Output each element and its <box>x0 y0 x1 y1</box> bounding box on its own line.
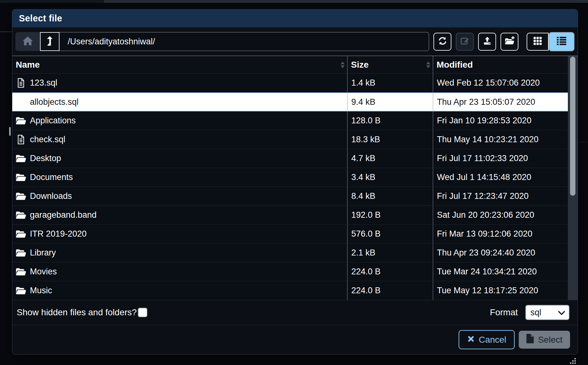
new-folder-button[interactable] <box>500 33 518 51</box>
folder-icon <box>15 267 26 276</box>
grid-icon <box>533 36 542 47</box>
file-name: allobjects.sql <box>30 97 79 107</box>
file-modified: Wed Feb 12 15:07:06 2020 <box>433 74 568 92</box>
file-type-icon <box>15 173 26 182</box>
file-modified: Fri Jan 10 19:28:53 2020 <box>433 111 568 130</box>
folder-icon <box>15 154 26 163</box>
scrollbar-thumb[interactable] <box>570 57 575 196</box>
file-name: 123.sql <box>30 78 57 88</box>
file-size: 2.1 kB <box>348 244 433 262</box>
file-icon <box>17 135 25 144</box>
file-size: 224.0 B <box>348 262 433 281</box>
edit-icon <box>460 36 470 47</box>
table-row[interactable]: garageband.band 192.0 B Sat Jun 20 20:23… <box>12 206 568 225</box>
file-type-icon <box>15 116 26 125</box>
background-line <box>578 142 588 142</box>
path-group <box>15 32 429 51</box>
file-size: 192.0 B <box>348 206 433 224</box>
show-hidden-label: Show hidden files and folders? <box>17 307 137 317</box>
background-top-strip-dark <box>0 0 104 3</box>
table-row[interactable]: Desktop 4.7 kB Fri Jul 17 11:02:33 2020 <box>12 149 568 168</box>
refresh-button[interactable] <box>433 33 451 51</box>
upload-icon <box>483 36 492 47</box>
background-caret-artifact <box>9 127 11 136</box>
file-type-icon <box>15 249 26 257</box>
select-button[interactable]: Select <box>519 331 570 349</box>
refresh-icon <box>438 36 447 47</box>
upload-button[interactable] <box>478 33 496 51</box>
grid-view-button[interactable] <box>527 33 549 51</box>
table-row[interactable]: allobjects.sql 9.4 kB Thu Apr 23 15:05:0… <box>12 93 568 111</box>
home-icon <box>23 36 33 47</box>
cancel-button[interactable]: Cancel <box>459 330 515 349</box>
folder-plus-icon <box>505 36 515 47</box>
file-type-icon <box>15 78 26 88</box>
folder-icon <box>15 116 26 125</box>
file-name: ITR 2019-2020 <box>30 229 87 239</box>
column-header-modified[interactable]: Modified <box>433 56 568 73</box>
file-modified: Fri Jul 17 12:23:47 2020 <box>433 187 568 205</box>
file-table: Name Size Modified <box>12 56 578 300</box>
column-header-name[interactable]: Name <box>12 56 348 73</box>
resize-grip[interactable] <box>569 357 576 364</box>
table-row[interactable]: Movies 224.0 B Tue Mar 24 10:34:21 2020 <box>12 262 568 281</box>
file-modified: Tue May 12 18:17:25 2020 <box>433 281 568 300</box>
file-size: 8.4 kB <box>348 187 433 205</box>
file-name: Desktop <box>30 154 61 163</box>
file-size: 576.0 B <box>348 225 433 243</box>
table-row[interactable]: Applications 128.0 B Fri Jan 10 19:28:53… <box>12 111 568 130</box>
file-type-icon <box>15 211 26 219</box>
table-row[interactable]: Documents 3.4 kB Wed Jul 1 14:15:48 2020 <box>12 168 568 187</box>
file-type-icon <box>15 135 26 144</box>
file-size: 18.3 kB <box>348 130 433 149</box>
dialog-title: Select file <box>19 13 62 24</box>
file-name: Applications <box>30 116 76 126</box>
table-row[interactable]: Library 2.1 kB Thu Apr 23 09:24:40 2020 <box>12 244 568 262</box>
close-icon <box>467 335 475 345</box>
table-row[interactable]: ITR 2019-2020 576.0 B Fri Mar 13 09:12:0… <box>12 225 568 244</box>
file-type-icon <box>15 154 26 163</box>
file-name: check.sql <box>30 135 65 144</box>
file-size: 128.0 B <box>348 111 433 130</box>
format-select[interactable]: sql <box>525 305 569 320</box>
file-modified: Thu Apr 23 15:05:07 2020 <box>433 93 568 111</box>
file-icon <box>526 334 534 345</box>
table-row[interactable]: Music 224.0 B Tue May 12 18:17:25 2020 <box>12 281 568 300</box>
action-bar: Cancel Select <box>12 325 578 354</box>
file-dialog-toolbar <box>12 32 578 51</box>
table-row[interactable]: 123.sql 1.4 kB Wed Feb 12 15:07:06 2020 <box>12 74 568 93</box>
table-row[interactable]: check.sql 18.3 kB Thu May 14 10:23:21 20… <box>12 130 568 149</box>
up-directory-button[interactable] <box>40 32 59 51</box>
background-line <box>0 31 12 32</box>
folder-icon <box>15 192 26 200</box>
format-label: Format <box>490 307 518 317</box>
file-name: Library <box>30 248 56 258</box>
file-type-icon <box>15 286 26 295</box>
file-name: Movies <box>30 267 57 277</box>
file-icon <box>17 78 25 88</box>
file-size: 9.4 kB <box>348 93 433 111</box>
file-modified: Tue Mar 24 10:34:21 2020 <box>433 262 568 281</box>
table-row[interactable]: Downloads 8.4 kB Fri Jul 17 12:23:47 202… <box>12 187 568 206</box>
file-table-body: 123.sql 1.4 kB Wed Feb 12 15:07:06 2020 … <box>12 74 568 300</box>
view-toggle-group <box>527 33 574 51</box>
show-hidden-checkbox[interactable] <box>138 308 147 317</box>
folder-icon <box>15 230 26 238</box>
file-modified: Wed Jul 1 14:15:48 2020 <box>433 168 568 187</box>
file-name: Documents <box>30 172 73 182</box>
path-input[interactable] <box>59 32 429 51</box>
sort-icon <box>341 61 345 68</box>
home-button[interactable] <box>15 32 40 51</box>
file-modified: Sat Jun 20 20:23:06 2020 <box>433 206 568 224</box>
select-file-dialog: Select file <box>12 9 578 355</box>
vertical-scrollbar[interactable] <box>568 56 578 300</box>
column-header-size[interactable]: Size <box>348 56 433 73</box>
file-name: garageband.band <box>30 210 97 220</box>
file-modified: Fri Jul 17 11:02:33 2020 <box>433 149 568 168</box>
dialog-titlebar: Select file <box>12 9 578 27</box>
file-type-icon <box>15 230 26 238</box>
file-size: 1.4 kB <box>348 74 433 92</box>
folder-icon <box>15 249 26 257</box>
rename-button <box>456 33 474 51</box>
list-view-button[interactable] <box>549 32 574 51</box>
